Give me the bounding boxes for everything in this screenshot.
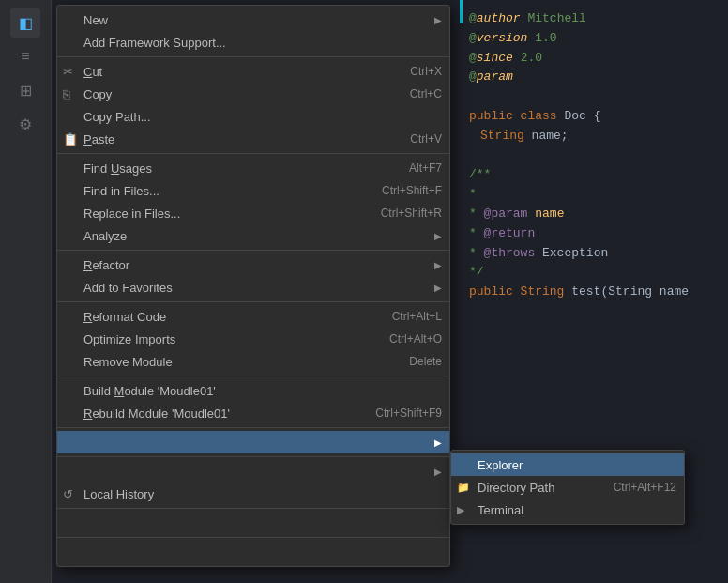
menu-item-new[interactable]: New ▶ xyxy=(57,8,449,31)
menu-item-open-module-settings[interactable] xyxy=(57,541,449,563)
arrow-icon-analyze: ▶ xyxy=(434,231,442,241)
copy-icon: ⎘ xyxy=(63,87,70,101)
menu-item-copy[interactable]: ⎘ Copy Ctrl+C xyxy=(57,83,449,105)
menu-item-reload[interactable]: ↺ Local History xyxy=(57,483,449,505)
menu-item-rebuild-module[interactable]: Rebuild Module 'Moudle01' Ctrl+Shift+F9 xyxy=(57,402,449,424)
reload-icon: ↺ xyxy=(63,487,73,501)
menu-item-find-usages[interactable]: Find Usages Alt+F7 xyxy=(57,157,449,179)
menu-item-replace-in-files[interactable]: Replace in Files... Ctrl+Shift+R xyxy=(57,202,449,224)
menu-item-open-in[interactable]: ▶ xyxy=(57,431,449,453)
folder-icon: 📁 xyxy=(457,482,470,494)
sidebar-icon-settings[interactable]: ⚙ xyxy=(10,109,40,139)
cut-icon: ✂ xyxy=(63,65,73,79)
menu-item-reformat[interactable]: Reformat Code Ctrl+Alt+L xyxy=(57,305,449,328)
menu-item-add-framework[interactable]: Add Framework Support... xyxy=(57,31,449,54)
arrow-icon-favorites: ▶ xyxy=(434,283,442,293)
separator-6 xyxy=(57,427,449,428)
submenu-item-directory-path[interactable]: 📁 Directory Path Ctrl+Alt+F12 xyxy=(451,476,684,499)
arrow-icon-open-in: ▶ xyxy=(434,437,442,448)
menu-item-local-history[interactable]: ▶ xyxy=(57,460,449,483)
menu-item-paste[interactable]: 📋 Paste Ctrl+V xyxy=(57,128,449,150)
submenu-item-terminal[interactable]: ▶ Terminal xyxy=(451,499,684,521)
sidebar: ◧ ≡ ⊞ ⚙ xyxy=(0,0,52,583)
sidebar-icon-explorer[interactable]: ⊞ xyxy=(10,75,40,105)
menu-item-optimize[interactable]: Optimize Imports Ctrl+Alt+O xyxy=(57,328,449,350)
terminal-icon: ▶ xyxy=(457,504,464,516)
menu-item-add-favorites[interactable]: Add to Favorites ▶ xyxy=(57,276,449,299)
menu-item-remove-module[interactable]: Remove Module Delete xyxy=(57,350,449,373)
menu-item-analyze[interactable]: Analyze ▶ xyxy=(57,224,449,247)
arrow-icon-local-history: ▶ xyxy=(434,467,442,477)
menu-item-copy-path[interactable]: Copy Path... xyxy=(57,105,449,128)
separator-5 xyxy=(57,376,449,376)
separator-9 xyxy=(57,537,449,538)
separator-1 xyxy=(57,56,449,57)
separator-8 xyxy=(57,508,449,509)
sidebar-icon-project[interactable]: ◧ xyxy=(10,8,40,38)
separator-4 xyxy=(57,301,449,302)
paste-icon: 📋 xyxy=(63,132,78,146)
menu-item-cut[interactable]: ✂ Cut Ctrl+X xyxy=(57,60,449,83)
arrow-icon-refactor: ▶ xyxy=(434,260,442,270)
separator-2 xyxy=(57,153,449,154)
separator-3 xyxy=(57,250,449,251)
menu-item-compare-with[interactable] xyxy=(57,512,449,534)
separator-7 xyxy=(57,456,449,457)
menu-item-build-module[interactable]: Build Module 'Moudle01' xyxy=(57,379,449,402)
sidebar-icon-structure[interactable]: ≡ xyxy=(10,41,40,71)
context-menu: New ▶ Add Framework Support... ✂ Cut Ctr… xyxy=(56,5,450,567)
menu-item-find-in-files[interactable]: Find in Files... Ctrl+Shift+F xyxy=(57,179,449,202)
submenu-open-in: Explorer 📁 Directory Path Ctrl+Alt+F12 ▶… xyxy=(450,450,685,525)
arrow-icon: ▶ xyxy=(434,15,442,25)
submenu-item-explorer[interactable]: Explorer xyxy=(451,453,684,476)
menu-item-refactor[interactable]: Refactor ▶ xyxy=(57,253,449,276)
